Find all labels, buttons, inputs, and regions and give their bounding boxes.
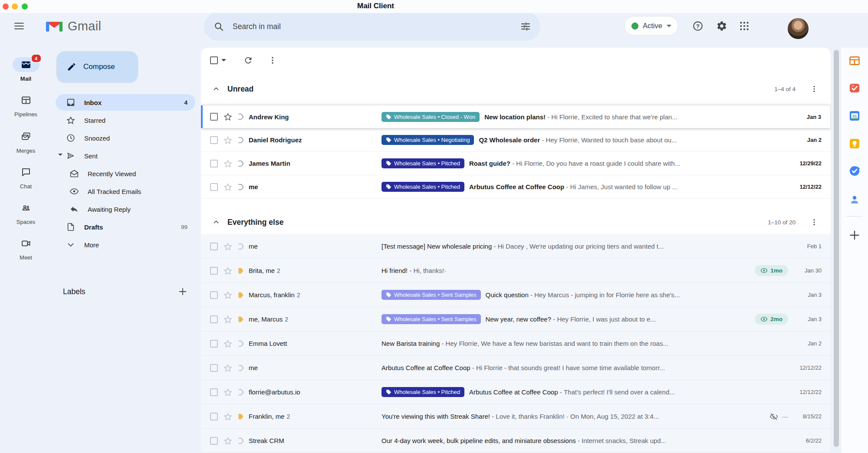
streak-box-tag-icon[interactable]	[237, 412, 245, 421]
star-icon[interactable]	[223, 266, 233, 276]
sidebar-item-snoozed[interactable]: Snoozed	[56, 130, 195, 146]
help-icon[interactable]: ?	[691, 19, 705, 33]
gmail-logo[interactable]: Gmail	[45, 19, 101, 33]
star-icon[interactable]	[223, 315, 233, 324]
sidebar-item-awaiting-reply[interactable]: Awaiting Reply	[56, 201, 195, 217]
mail-row[interactable]: Streak CRMOur 4-day work week, bulk pipe…	[201, 429, 831, 453]
streak-box-tag-icon[interactable]	[237, 183, 245, 191]
star-icon[interactable]	[223, 363, 233, 373]
window-minimize-button[interactable]	[12, 3, 18, 10]
vertical-scrollbar[interactable]	[834, 50, 839, 447]
mail-row[interactable]: Marcus, franklin2Wholesale Sales • Sent …	[201, 283, 831, 307]
sidebar-item-all-tracked-emails[interactable]: All Tracked Emails	[56, 183, 195, 200]
star-icon[interactable]	[223, 387, 233, 397]
streak-box-tag-icon[interactable]	[237, 339, 245, 348]
streak-addon-icon[interactable]	[848, 82, 861, 94]
row-checkbox[interactable]	[210, 267, 218, 275]
search-bar[interactable]	[204, 12, 540, 41]
pipeline-stage-label[interactable]: Wholesale Sales • Closed - Won	[381, 112, 480, 122]
more-options-kebab-icon[interactable]	[264, 52, 281, 69]
window-zoom-button[interactable]	[22, 3, 28, 10]
pipeline-stage-label[interactable]: Wholesale Sales • Pitched	[381, 387, 464, 397]
rail-item-chat[interactable]: Chat	[5, 165, 46, 190]
mail-row[interactable]: florrie@arbutus.ioWholesale Sales • Pitc…	[201, 380, 831, 404]
gear-icon[interactable]	[715, 19, 729, 33]
add-label-plus-icon[interactable]	[176, 285, 190, 299]
compose-button[interactable]: Compose	[56, 51, 138, 82]
expander-caret-icon[interactable]	[58, 154, 62, 158]
mail-row[interactable]: James MartinWholesale Sales • PitchedRoa…	[201, 152, 831, 175]
streak-status-dropdown[interactable]: Active	[624, 16, 678, 36]
sidebar-item-recently-viewed[interactable]: Recently Viewed	[56, 165, 195, 182]
rail-item-spaces[interactable]: Spaces	[5, 200, 46, 225]
row-checkbox[interactable]	[210, 413, 218, 420]
mail-row[interactable]: Andrew KingWholesale Sales • Closed - Wo…	[201, 105, 831, 128]
row-checkbox[interactable]	[210, 340, 218, 348]
row-checkbox[interactable]	[210, 113, 218, 121]
window-close-button[interactable]	[3, 3, 9, 10]
keep-icon[interactable]	[848, 138, 861, 150]
mail-row[interactable]: me, Marcus2Wholesale Sales • Sent Sample…	[201, 307, 831, 332]
calendar-icon[interactable]: 31	[848, 110, 861, 122]
row-checkbox[interactable]	[210, 364, 218, 372]
star-icon[interactable]	[223, 290, 233, 300]
star-icon[interactable]	[223, 159, 233, 168]
row-checkbox[interactable]	[210, 291, 218, 299]
sidebar-item-more[interactable]: More	[56, 236, 195, 253]
search-input[interactable]	[232, 22, 517, 32]
star-icon[interactable]	[223, 112, 233, 121]
apps-grid-icon[interactable]	[737, 19, 751, 33]
streak-box-tag-icon[interactable]	[237, 388, 245, 397]
sidebar-item-inbox[interactable]: Inbox4	[56, 94, 195, 111]
row-checkbox[interactable]	[210, 315, 218, 323]
search-options-tune-icon[interactable]	[517, 18, 534, 35]
collapse-section-chevron-up-icon[interactable]	[212, 218, 220, 226]
section-more-kebab-icon[interactable]	[807, 215, 822, 230]
streak-box-tag-icon[interactable]	[237, 112, 245, 121]
row-checkbox[interactable]	[210, 183, 218, 191]
streak-box-tag-icon[interactable]	[237, 437, 245, 445]
streak-pipelines-icon[interactable]	[848, 55, 861, 67]
streak-box-tag-icon[interactable]	[237, 291, 245, 299]
row-checkbox[interactable]	[210, 243, 218, 250]
tasks-icon[interactable]	[848, 165, 861, 177]
rail-item-merges[interactable]: Merges	[5, 129, 46, 154]
streak-box-tag-icon[interactable]	[237, 242, 245, 251]
main-menu-hamburger-icon[interactable]	[13, 20, 26, 32]
refresh-icon[interactable]	[240, 52, 256, 69]
star-icon[interactable]	[223, 135, 233, 145]
star-icon[interactable]	[223, 339, 233, 348]
get-addons-plus-icon[interactable]	[848, 229, 861, 241]
mail-row[interactable]: meArbutus Coffee at Coffee Coop - Hi Flo…	[201, 356, 831, 380]
pipeline-stage-label[interactable]: Wholesale Sales • Sent Samples	[381, 290, 481, 300]
row-checkbox[interactable]	[210, 136, 218, 144]
pipeline-stage-label[interactable]: Wholesale Sales • Negotiating	[381, 135, 474, 145]
sidebar-item-sent[interactable]: Sent	[56, 148, 195, 164]
row-checkbox[interactable]	[210, 160, 218, 167]
select-dropdown-caret-icon[interactable]	[221, 59, 226, 62]
streak-box-tag-icon[interactable]	[237, 315, 245, 324]
collapse-section-chevron-up-icon[interactable]	[212, 85, 220, 93]
rail-item-mail[interactable]: 4Mail	[5, 57, 46, 82]
star-icon[interactable]	[223, 412, 233, 421]
select-all-checkbox[interactable]	[210, 56, 218, 64]
mail-row[interactable]: Brita, me2Hi friend! - Hi, thanks!·1moJa…	[201, 259, 831, 283]
pipeline-stage-label[interactable]: Wholesale Sales • Pitched	[381, 158, 464, 168]
sidebar-item-starred[interactable]: Starred	[56, 112, 195, 128]
rail-item-pipelines[interactable]: Pipelines	[5, 93, 46, 118]
pipeline-stage-label[interactable]: Wholesale Sales • Sent Samples	[381, 314, 481, 324]
pipeline-stage-label[interactable]: Wholesale Sales • Pitched	[381, 182, 464, 192]
star-icon[interactable]	[223, 242, 233, 251]
contacts-icon[interactable]	[848, 194, 861, 206]
streak-box-tag-icon[interactable]	[237, 159, 245, 168]
section-more-kebab-icon[interactable]	[807, 82, 822, 96]
streak-box-tag-icon[interactable]	[237, 266, 245, 275]
row-checkbox[interactable]	[210, 437, 218, 445]
streak-box-tag-icon[interactable]	[237, 136, 245, 144]
rail-item-meet[interactable]: Meet	[5, 236, 46, 261]
row-checkbox[interactable]	[210, 388, 218, 396]
user-avatar[interactable]	[788, 18, 809, 39]
mail-row[interactable]: meWholesale Sales • PitchedArbutus Coffe…	[201, 175, 831, 199]
streak-box-tag-icon[interactable]	[237, 364, 245, 372]
star-icon[interactable]	[223, 436, 233, 446]
